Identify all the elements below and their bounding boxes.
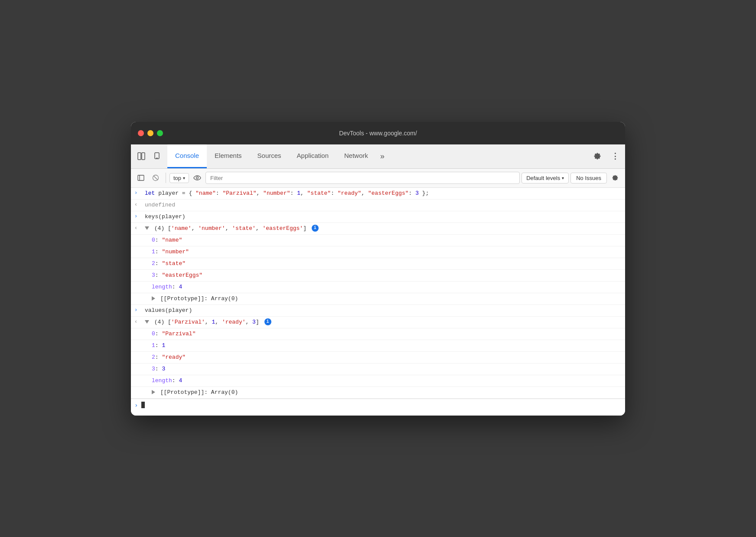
expand-arrow[interactable]: › [134,190,143,196]
console-expression: keys(player) [145,212,622,222]
console-cursor[interactable] [141,402,145,408]
sidebar-toggle-button[interactable] [134,171,147,184]
settings-button[interactable] [590,149,604,163]
console-output-value: undefined [145,200,622,210]
console-line: 3: "easterEggs" [131,270,625,282]
console-line: 0: "Parzival" [131,328,625,340]
toolbar: Console Elements Sources Application Net… [131,144,625,169]
svg-rect-1 [142,153,145,160]
console-line: length: 4 [131,282,625,293]
console-line: 0: "name" [131,235,625,246]
console-prompt-icon: › [134,402,138,409]
console-line: › keys(player) [131,211,625,223]
console-line: 2: "ready" [131,352,625,363]
tab-sources[interactable]: Sources [250,144,289,168]
array-item: 0: "Parzival" [152,329,622,339]
output-arrow: ‹ [134,319,143,325]
console-expression: values(player) [145,306,622,315]
console-line: [[Prototype]]: Array(0) [131,387,625,399]
window-title: DevTools - www.google.com/ [339,130,417,137]
more-options-button[interactable]: ⋮ [608,149,622,163]
console-line: [[Prototype]]: Array(0) [131,293,625,305]
console-line: 1: 1 [131,340,625,352]
console-array-header: (4) ['Parzival', 1, 'ready', 3] i [145,318,622,327]
log-levels-button[interactable]: Default levels ▾ [521,173,569,183]
output-arrow: ‹ [134,202,143,208]
console-line: ‹ (4) ['Parzival', 1, 'ready', 3] i [131,317,625,328]
console-settings-button[interactable] [609,171,622,184]
context-selector-label: top [173,175,181,181]
array-item: 3: 3 [152,364,622,374]
array-property: length: 4 [152,376,622,386]
devtools-window: DevTools - www.google.com/ Console [131,122,625,416]
collapse-arrow-icon[interactable] [145,320,149,324]
tabs: Console Elements Sources Application Net… [167,144,590,168]
clear-console-button[interactable] [149,171,162,184]
expand-arrow[interactable]: › [134,307,143,313]
array-property: length: 4 [152,282,622,292]
array-item: 0: "name" [152,236,622,245]
info-badge[interactable]: i [264,318,271,325]
console-line: 3: 3 [131,363,625,375]
traffic-lights [138,130,163,136]
toolbar-right: ⋮ [590,149,622,163]
collapse-arrow-icon[interactable] [145,226,149,230]
array-item: 2: "ready" [152,353,622,362]
toolbar-icons [134,149,164,163]
maximize-button[interactable] [157,130,163,136]
context-selector[interactable]: top ▾ [169,173,189,183]
svg-rect-0 [138,153,141,160]
console-line: › values(player) [131,305,625,317]
tab-network[interactable]: Network [336,144,376,168]
console-expression: let player = { "name": "Parzival", "numb… [145,189,622,198]
console-line: 1: "number" [131,246,625,258]
svg-line-7 [153,176,158,180]
array-item: 3: "easterEggs" [152,271,622,280]
info-badge[interactable]: i [312,225,319,232]
console-input-line: › [131,399,625,411]
minimize-button[interactable] [147,130,153,136]
expand-arrow-icon[interactable] [152,296,155,301]
panel-layout-button[interactable] [134,149,148,163]
array-item: 2: "state" [152,259,622,268]
chevron-down-icon: ▾ [183,176,185,180]
chevron-down-icon: ▾ [562,176,564,180]
console-output: › let player = { "name": "Parzival", "nu… [131,188,625,416]
live-expressions-button[interactable] [191,171,204,184]
filter-input[interactable] [205,172,520,184]
device-toggle-button[interactable] [150,149,164,163]
console-line: ‹ (4) ['name', 'number', 'state', 'easte… [131,223,625,235]
tab-elements[interactable]: Elements [207,144,250,168]
expand-arrow[interactable]: › [134,213,143,219]
close-button[interactable] [138,130,144,136]
console-line: › let player = { "name": "Parzival", "nu… [131,188,625,200]
title-bar: DevTools - www.google.com/ [131,122,625,144]
prototype-entry: [[Prototype]]: Array(0) [152,294,622,304]
array-item: 1: 1 [152,341,622,350]
prototype-entry: [[Prototype]]: Array(0) [152,388,622,397]
console-line: length: 4 [131,375,625,387]
console-line: 2: "state" [131,258,625,270]
svg-rect-4 [138,175,144,180]
expand-arrow-icon[interactable] [152,390,155,394]
svg-point-8 [196,177,199,179]
issues-counter-button[interactable]: No Issues [570,173,607,183]
more-tabs-button[interactable]: » [376,144,389,168]
array-item: 1: "number" [152,247,622,257]
console-line: ‹ undefined [131,200,625,211]
output-arrow: ‹ [134,225,143,231]
console-array-header: (4) ['name', 'number', 'state', 'easterE… [145,224,622,233]
toolbar-divider [166,173,166,183]
tab-application[interactable]: Application [289,144,336,168]
tab-console[interactable]: Console [167,144,207,168]
console-toolbar: top ▾ Default levels ▾ No Issues [131,169,625,188]
